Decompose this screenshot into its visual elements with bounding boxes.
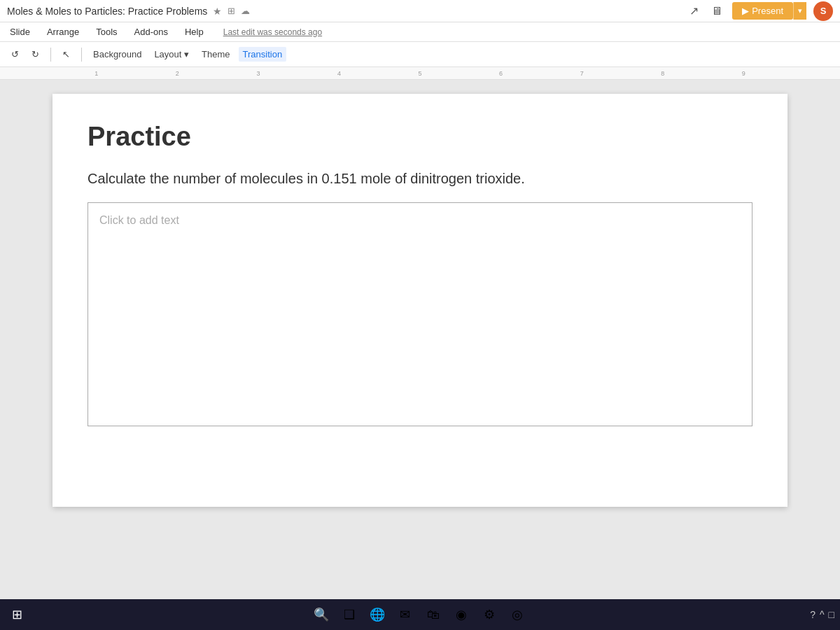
avatar[interactable]: S xyxy=(813,1,833,21)
star-icon[interactable]: ★ xyxy=(213,6,222,17)
menu-arrange[interactable]: Arrange xyxy=(44,25,82,38)
taskbar: ⊞ 🔍 ❑ 🌐 ✉ 🛍 ◉ ⚙ ◎ ? ^ □ xyxy=(0,599,840,630)
bookmark-icon[interactable]: ⊞ xyxy=(227,6,235,16)
present-play-icon: ▶ xyxy=(742,6,749,16)
slide-canvas[interactable]: Practice Calculate the number of molecul… xyxy=(52,94,788,507)
background-button[interactable]: Background xyxy=(89,47,146,62)
taskbar-center: 🔍 ❑ 🌐 ✉ 🛍 ◉ ⚙ ◎ xyxy=(31,603,807,626)
ruler-mark-8: 8 xyxy=(622,70,704,77)
ruler-mark-4: 4 xyxy=(299,70,380,77)
redo-button[interactable]: ↻ xyxy=(27,47,43,62)
cloud-icon[interactable]: ☁ xyxy=(241,6,250,16)
ruler-marks: 1 2 3 4 5 6 7 8 9 xyxy=(56,70,784,77)
document-title: Moles & Moles to Particles: Practice Pro… xyxy=(7,6,207,17)
present-label: Present xyxy=(752,6,783,16)
present-group: ▶ Present ▾ xyxy=(732,2,806,20)
system-tray: ? ^ □ xyxy=(810,609,834,620)
slide-question: Calculate the number of molecules in 0.1… xyxy=(88,169,752,188)
title-bar: Moles & Moles to Particles: Practice Pro… xyxy=(0,0,840,22)
taskbar-left: ⊞ xyxy=(6,603,28,626)
up-tray-icon[interactable]: ^ xyxy=(820,609,825,620)
ruler-mark-7: 7 xyxy=(541,70,622,77)
menu-help[interactable]: Help xyxy=(182,25,206,38)
transition-button[interactable]: Transition xyxy=(239,47,287,62)
editor-area: Practice Calculate the number of molecul… xyxy=(0,80,840,599)
taskbar-app-chrome2[interactable]: ◎ xyxy=(505,603,529,626)
ruler-mark-6: 6 xyxy=(461,70,542,77)
taskbar-app-taskview[interactable]: ❑ xyxy=(337,603,361,626)
start-button[interactable]: ⊞ xyxy=(6,603,28,626)
help-tray-icon[interactable]: ? xyxy=(810,609,816,620)
menu-tools[interactable]: Tools xyxy=(93,25,120,38)
ruler-mark-5: 5 xyxy=(379,70,461,77)
taskbar-app-chrome[interactable]: ◉ xyxy=(449,603,473,626)
slide-text-box[interactable]: Click to add text xyxy=(88,202,752,426)
ruler: 1 2 3 4 5 6 7 8 9 xyxy=(0,67,840,80)
taskbar-app-edge[interactable]: 🌐 xyxy=(365,603,389,626)
ruler-mark-1: 1 xyxy=(56,70,137,77)
slide-title[interactable]: Practice xyxy=(88,122,752,152)
layout-button[interactable]: Layout ▾ xyxy=(150,47,193,62)
present-button[interactable]: ▶ Present xyxy=(732,2,793,20)
theme-button[interactable]: Theme xyxy=(197,47,234,62)
menu-bar: Slide Arrange Tools Add-ons Help Last ed… xyxy=(0,22,840,42)
title-left: Moles & Moles to Particles: Practice Pro… xyxy=(7,6,250,17)
ruler-mark-9: 9 xyxy=(704,70,785,77)
undo-button[interactable]: ↺ xyxy=(7,47,23,62)
monitor-icon[interactable]: 🖥 xyxy=(708,2,725,20)
save-status: Last edit was seconds ago xyxy=(223,27,322,37)
present-dropdown-button[interactable]: ▾ xyxy=(793,2,806,20)
taskbar-right: ? ^ □ xyxy=(810,609,834,620)
menu-addons[interactable]: Add-ons xyxy=(132,25,171,38)
taskbar-app-search[interactable]: 🔍 xyxy=(309,603,333,626)
pointer-mode-icon[interactable]: ↗ xyxy=(687,1,701,20)
toolbar-separator-1 xyxy=(50,48,51,62)
toolbar-separator-2 xyxy=(81,48,82,62)
menu-slide[interactable]: Slide xyxy=(7,25,33,38)
toolbar: ↺ ↻ ↖ Background Layout ▾ Theme Transiti… xyxy=(0,42,840,67)
title-right: ↗ 🖥 ▶ Present ▾ S xyxy=(687,1,833,21)
ruler-mark-3: 3 xyxy=(218,70,299,77)
ruler-mark-2: 2 xyxy=(137,70,218,77)
taskbar-app-mail[interactable]: ✉ xyxy=(393,603,417,626)
cursor-button[interactable]: ↖ xyxy=(58,47,74,62)
taskbar-app-store[interactable]: 🛍 xyxy=(421,603,445,626)
show-desktop-icon[interactable]: □ xyxy=(829,609,834,620)
taskbar-app-settings[interactable]: ⚙ xyxy=(477,603,501,626)
